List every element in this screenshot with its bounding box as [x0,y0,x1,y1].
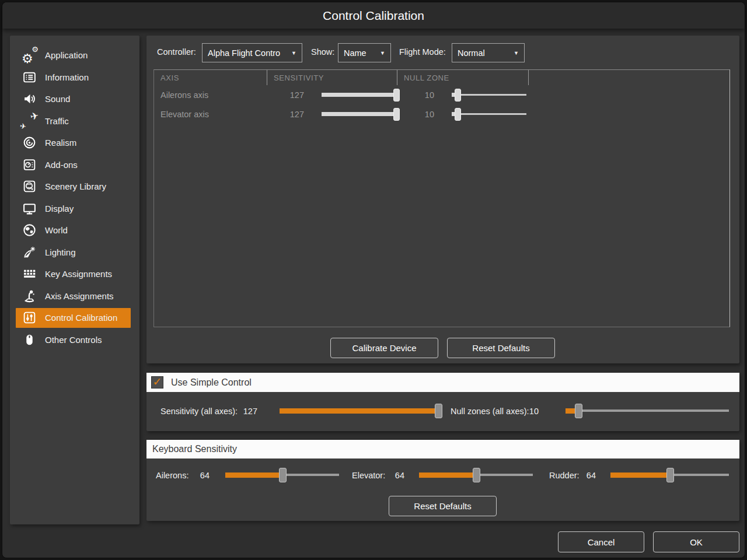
chevron-down-icon: ▼ [375,50,385,56]
sidebar-item-label: Key Assignments [45,269,112,279]
sidebar-item-application[interactable]: ⚙⚙ Application [16,44,131,66]
sidebar-item-label: Realism [45,138,76,148]
table-row-ailerons: Ailerons axis 127 10 [154,85,729,104]
addons-box-icon [21,157,37,172]
monitor-icon [21,201,37,216]
chevron-down-icon: ▼ [509,50,519,56]
sensitivity-value: 127 [282,110,304,119]
flight-mode-dropdown[interactable]: Normal ▼ [452,43,525,62]
axis-name: Elevator axis [154,104,267,124]
sidebar-item-label: World [45,225,68,235]
slider-thumb[interactable] [455,89,461,102]
ailerons-slider[interactable] [225,467,339,482]
cancel-button[interactable]: Cancel [558,531,644,552]
window-title: Control Calibration [323,9,424,23]
scenery-globe-icon [21,179,37,194]
sidebar-item-other-controls[interactable]: Other Controls [16,329,131,351]
slider-thumb[interactable] [435,404,442,418]
table-row-elevator: Elevator axis 127 10 [154,104,729,124]
sidebar-item-realism[interactable]: Realism [16,132,131,154]
sensitivity-all-axes-value: 127 [239,407,257,416]
control-calibration-window: Control Calibration ⚙⚙ Application Infor… [2,2,745,558]
slider-thumb[interactable] [473,468,480,482]
column-header-null-zone: NULL ZONE [397,70,528,85]
ailerons-label: Ailerons: [156,471,189,480]
sidebar-item-scenery-library[interactable]: Scenery Library [16,176,131,198]
keyboard-sensitivity-panel: Keyboard Sensitivity Ailerons: 64 Elevat… [146,440,739,521]
null-zones-all-axes-label: Null zones (all axes): [451,407,529,416]
sidebar-item-label: Information [45,72,89,82]
sidebar-item-axis-assignments[interactable]: Axis Assignments [16,285,131,307]
column-header-sensitivity: SENSITIVITY [267,70,397,85]
sidebar-item-label: Application [45,50,88,60]
simple-control-header: ✓ Use Simple Control [146,373,739,392]
sidebar-item-key-assignments[interactable]: Key Assignments [16,263,131,285]
calibrate-device-button[interactable]: Calibrate Device [330,338,438,358]
sidebar-item-sound[interactable]: Sound [16,88,131,110]
ok-button[interactable]: OK [653,531,739,552]
show-dropdown[interactable]: Name ▼ [338,43,391,62]
keyboard-reset-defaults-button[interactable]: Reset Defaults [389,496,497,516]
titlebar: Control Calibration [2,2,745,29]
sidebar-item-control-calibration[interactable]: Control Calibration [16,308,131,328]
show-label: Show: [311,47,334,57]
slider-thumb[interactable] [666,468,674,482]
controller-dropdown[interactable]: Alpha Flight Contro ▼ [202,43,302,62]
sidebar-item-display[interactable]: Display [16,198,131,220]
sensitivity-all-axes-slider[interactable] [280,403,438,418]
checkmark-icon: ✓ [153,376,162,387]
keyboard-sensitivity-header: Keyboard Sensitivity [146,440,739,459]
joystick-icon [21,288,37,303]
controller-dropdown-value: Alpha Flight Contro [208,48,280,58]
slider-thumb[interactable] [279,468,287,482]
sensitivity-slider[interactable] [322,88,396,103]
sidebar-item-traffic[interactable]: ✈✈ Traffic [16,110,131,132]
axis-name: Ailerons axis [154,85,267,104]
simple-control-panel: ✓ Use Simple Control Sensitivity (all ax… [146,373,739,431]
speaker-icon [21,92,37,107]
chevron-down-icon: ▼ [287,50,296,56]
sidebar-item-label: Display [45,204,74,214]
realism-dial-icon [21,135,37,150]
use-simple-control-checkbox[interactable]: ✓ [151,376,163,388]
sidebar-item-label: Control Calibration [45,313,117,323]
controller-label: Controller: [157,47,196,57]
null-zone-slider[interactable] [452,107,526,122]
simple-control-title: Use Simple Control [171,377,252,388]
sidebar-item-world[interactable]: World [16,219,131,242]
sidebar-item-label: Other Controls [45,335,102,345]
elevator-label: Elevator: [352,471,385,480]
keyboard-icon [21,267,37,282]
slider-thumb[interactable] [393,89,400,102]
sidebar-item-label: Traffic [45,116,69,126]
axis-table-header: AXIS SENSITIVITY NULL ZONE [154,70,729,85]
keyboard-sensitivity-title: Keyboard Sensitivity [152,444,237,454]
sidebar-item-addons[interactable]: Add-ons [16,154,131,176]
airplanes-icon: ✈✈ [21,113,37,128]
null-zone-value: 10 [412,110,434,119]
info-list-icon [21,69,37,85]
elevator-slider[interactable] [419,467,533,482]
mouse-icon [21,332,37,347]
slider-thumb[interactable] [575,404,582,418]
null-zones-all-axes-slider[interactable] [566,403,729,418]
slider-thumb[interactable] [393,108,400,121]
flight-mode-label: Flight Mode: [399,47,446,57]
ailerons-value: 64 [193,471,210,480]
slider-thumb[interactable] [455,108,461,121]
sidebar-item-information[interactable]: Information [16,66,131,89]
rudder-label: Rudder: [549,471,580,480]
sidebar-item-label: Sound [45,94,70,104]
globe-icon [21,223,37,238]
sensitivity-slider[interactable] [322,107,396,122]
rudder-value: 64 [580,471,596,480]
axis-table: AXIS SENSITIVITY NULL ZONE Ailerons axis… [153,69,730,327]
reset-defaults-button[interactable]: Reset Defaults [447,338,555,358]
rudder-slider[interactable] [610,467,729,482]
sidebar-item-lighting[interactable]: Lighting [16,242,131,264]
show-dropdown-value: Name [344,48,366,58]
null-zone-slider[interactable] [452,88,526,103]
lighting-icon [21,244,37,260]
sensitivity-value: 127 [282,90,304,100]
calibration-main-panel: Controller: Alpha Flight Contro ▼ Show: … [146,36,739,363]
